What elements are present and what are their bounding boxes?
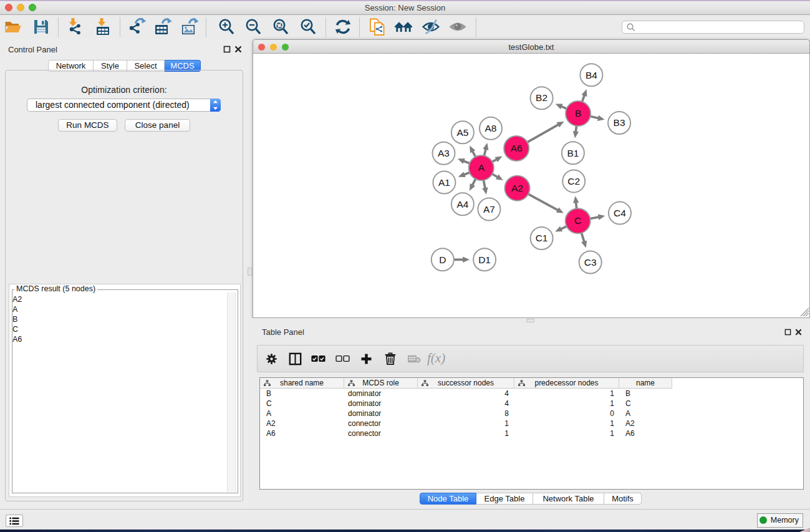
svg-text:A8: A8 xyxy=(485,123,497,133)
svg-text:D1: D1 xyxy=(478,254,491,265)
svg-text:A5: A5 xyxy=(456,127,468,138)
svg-text:C: C xyxy=(574,215,581,226)
svg-text:A2: A2 xyxy=(511,183,523,193)
svg-text:C4: C4 xyxy=(614,208,626,218)
svg-text:D: D xyxy=(439,254,446,265)
svg-text:B: B xyxy=(575,108,581,118)
svg-text:A1: A1 xyxy=(438,177,450,188)
svg-text:B2: B2 xyxy=(536,92,547,103)
svg-text:A6: A6 xyxy=(511,143,523,153)
svg-text:B1: B1 xyxy=(567,148,579,158)
svg-text:C2: C2 xyxy=(567,176,580,186)
svg-text:C3: C3 xyxy=(584,257,597,268)
svg-text:B4: B4 xyxy=(586,70,597,80)
svg-text:B3: B3 xyxy=(614,117,625,128)
svg-text:A: A xyxy=(478,162,485,173)
svg-text:A4: A4 xyxy=(456,199,468,210)
svg-text:C1: C1 xyxy=(536,233,548,243)
svg-text:A7: A7 xyxy=(483,204,495,215)
svg-text:A3: A3 xyxy=(438,148,450,158)
